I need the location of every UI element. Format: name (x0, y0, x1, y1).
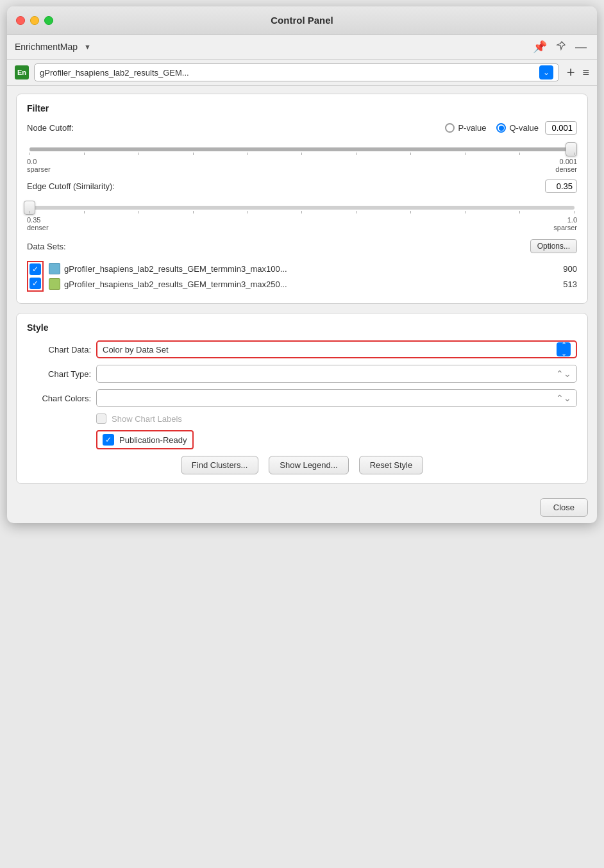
node-slider-container: 0.0 sparser 0.001 denser (27, 141, 577, 173)
dataset1-icon (49, 263, 60, 274)
close-traffic-light[interactable] (16, 16, 25, 25)
datasets-label: Data Sets: (27, 242, 66, 251)
reset-style-button[interactable]: Reset Style (359, 456, 423, 474)
chart-type-select[interactable]: ⌃⌄ (96, 365, 577, 383)
dataset1-name: gProfiler_hsapiens_lab2_results_GEM_term… (64, 264, 559, 274)
chart-type-row: Chart Type: ⌃⌄ (27, 365, 577, 383)
datasets-info: gProfiler_hsapiens_lab2_results_GEM_term… (49, 263, 577, 290)
cutoff-radio-group: P-value Q-value (445, 123, 539, 133)
node-min-label: 0.0 (27, 158, 51, 165)
dataset2-count: 513 (563, 280, 577, 289)
dataset1-row: gProfiler_hsapiens_lab2_results_GEM_term… (49, 263, 577, 274)
edge-slider-container: 0.35 denser 1.0 sparser (27, 199, 577, 231)
publication-ready-checkbox[interactable]: ✓ (103, 434, 114, 446)
qvalue-radio[interactable]: Q-value (496, 123, 539, 133)
chart-type-chevron-icon[interactable]: ⌃⌄ (556, 369, 571, 379)
maximize-traffic-light[interactable] (44, 16, 53, 25)
main-content: Filter Node Cutoff: P-value Q-value 0.00… (7, 86, 597, 492)
show-chart-labels-checkbox[interactable] (96, 413, 106, 424)
add-network-button[interactable]: + (564, 64, 578, 81)
filter-section: Filter Node Cutoff: P-value Q-value 0.00… (16, 94, 588, 304)
style-action-buttons: Find Clusters... Show Legend... Reset St… (27, 456, 577, 474)
dataset2-checkbox[interactable]: ✓ (29, 278, 41, 289)
edge-slider-value[interactable]: 0.35 (545, 179, 577, 193)
edge-cutoff-row: Edge Cutoff (Similarity): 0.35 (27, 179, 577, 193)
toolbar: EnrichmentMap ▼ 📌 — (7, 35, 597, 60)
em-icon: En (15, 65, 29, 79)
search-field-text: gProfiler_hsapiens_lab2_results_GEM... (40, 68, 189, 78)
datasets-checkbox-group: ✓ ✓ (27, 261, 44, 292)
edge-min-label: 0.35 (27, 216, 49, 224)
window-title: Control Panel (271, 15, 333, 26)
show-legend-button[interactable]: Show Legend... (269, 456, 348, 474)
options-button[interactable]: Options... (530, 239, 577, 253)
minimize-traffic-light[interactable] (30, 16, 39, 25)
edge-slider-labels: 0.35 denser 1.0 sparser (27, 216, 577, 231)
chart-data-chevron-icon[interactable]: ⌃⌄ (557, 342, 571, 356)
style-section: Style Chart Data: Color by Data Set ⌃⌄ C… (16, 313, 588, 484)
app-dropdown-arrow[interactable]: ▼ (84, 43, 91, 51)
node-max-label: 0.001 (555, 158, 577, 165)
pvalue-radio-circle[interactable] (445, 123, 455, 133)
show-chart-labels-label: Show Chart Labels (112, 414, 182, 424)
chart-data-label: Chart Data: (27, 345, 91, 355)
chart-colors-label: Chart Colors: (27, 394, 91, 403)
chart-colors-chevron-icon[interactable]: ⌃⌄ (556, 393, 571, 403)
control-panel-window: Control Panel EnrichmentMap ▼ 📌 — En gPr… (7, 6, 597, 523)
datasets-list: ✓ ✓ gProfiler_hsapiens_lab2_results_GEM_… (27, 258, 577, 294)
search-bar-row: En gProfiler_hsapiens_lab2_results_GEM..… (7, 60, 597, 86)
network-search-field[interactable]: gProfiler_hsapiens_lab2_results_GEM... ⌄ (34, 63, 559, 81)
edge-max-sub: sparser (553, 224, 577, 231)
chart-colors-row: Chart Colors: ⌃⌄ (27, 389, 577, 407)
close-button[interactable]: Close (540, 498, 588, 517)
node-min-sub: sparser (27, 165, 51, 173)
dataset1-checkbox[interactable]: ✓ (29, 263, 41, 275)
node-slider-labels: 0.0 sparser 0.001 denser (27, 158, 577, 173)
app-name-label: EnrichmentMap (15, 42, 78, 52)
minimize-icon[interactable]: — (573, 39, 589, 55)
publication-ready-label: Publication-Ready (119, 435, 187, 445)
node-max-sub: denser (555, 165, 577, 173)
unpin-icon[interactable] (553, 39, 569, 55)
dataset2-icon (49, 278, 60, 290)
edge-min-sub: denser (27, 224, 49, 231)
chart-colors-select[interactable]: ⌃⌄ (96, 389, 577, 407)
chart-type-label: Chart Type: (27, 369, 91, 379)
show-chart-labels-row: Show Chart Labels (96, 413, 577, 424)
node-cutoff-label: Node Cutoff: (27, 123, 91, 133)
node-slider-value[interactable]: 0.001 (545, 121, 577, 135)
dataset2-row: gProfiler_hsapiens_lab2_results_GEM_term… (49, 278, 577, 290)
pin-icon[interactable]: 📌 (530, 38, 549, 55)
edge-cutoff-label: Edge Cutoff (Similarity): (27, 181, 115, 191)
dataset1-count: 900 (563, 264, 577, 274)
footer: Close (7, 492, 597, 523)
publication-ready-row: ✓ Publication-Ready (96, 430, 194, 449)
menu-button[interactable]: ≡ (582, 66, 589, 79)
pvalue-radio[interactable]: P-value (445, 123, 486, 133)
chart-data-select[interactable]: Color by Data Set ⌃⌄ (96, 340, 577, 358)
chart-data-row: Chart Data: Color by Data Set ⌃⌄ (27, 340, 577, 358)
titlebar: Control Panel (7, 6, 597, 35)
style-section-title: Style (27, 322, 577, 333)
dataset2-name: gProfiler_hsapiens_lab2_results_GEM_term… (64, 280, 559, 289)
pvalue-label: P-value (458, 123, 486, 133)
datasets-header: Data Sets: Options... (27, 239, 577, 253)
chart-data-value: Color by Data Set (103, 345, 169, 355)
find-clusters-button[interactable]: Find Clusters... (181, 456, 258, 474)
search-chevron-icon[interactable]: ⌄ (539, 65, 553, 79)
node-cutoff-row: Node Cutoff: P-value Q-value 0.001 (27, 121, 577, 135)
traffic-lights (16, 16, 53, 25)
qvalue-radio-circle[interactable] (496, 123, 506, 133)
qvalue-label: Q-value (509, 123, 539, 133)
filter-section-title: Filter (27, 103, 577, 113)
edge-max-label: 1.0 (553, 216, 577, 224)
